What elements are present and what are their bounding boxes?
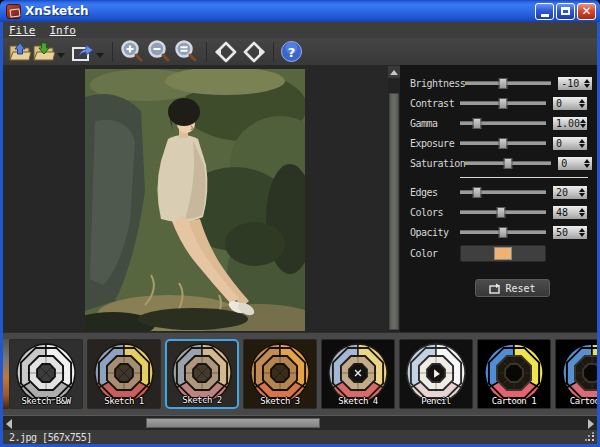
panel-divider bbox=[460, 177, 588, 178]
contrast-label: Contrast bbox=[410, 98, 460, 109]
preset-label: Cartoon 2 bbox=[556, 396, 597, 406]
help-button[interactable]: ? bbox=[280, 39, 303, 65]
slider-row: Contrast 0 bbox=[400, 93, 597, 113]
preset-pencil[interactable]: Pencil bbox=[399, 339, 473, 409]
slider-handle[interactable] bbox=[499, 138, 508, 149]
image-viewport[interactable] bbox=[3, 65, 400, 332]
colors-slider[interactable] bbox=[460, 210, 546, 214]
menu-info[interactable]: Info bbox=[50, 24, 77, 37]
reset-icon bbox=[489, 283, 501, 294]
reset-label: Reset bbox=[505, 283, 535, 294]
rotate-right-button[interactable] bbox=[241, 39, 267, 65]
saturation-spinbox[interactable]: 0 bbox=[557, 156, 593, 171]
status-filename: 2.jpg [567x755] bbox=[3, 432, 92, 443]
slider-handle[interactable] bbox=[504, 158, 513, 169]
status-bar: 2.jpg [567x755] bbox=[3, 430, 597, 444]
scroll-right-icon[interactable] bbox=[585, 417, 597, 430]
open-button[interactable] bbox=[8, 39, 32, 65]
settings-panel: Brightness -10 Contrast 0 Gamma 1.00 Exp… bbox=[400, 65, 597, 332]
color-wheel-icon bbox=[483, 342, 545, 404]
contrast-slider[interactable] bbox=[460, 101, 546, 105]
preset-cartoon-2[interactable]: Cartoon 2 bbox=[555, 339, 597, 409]
maximize-button[interactable] bbox=[556, 3, 575, 20]
slider-handle[interactable] bbox=[499, 98, 508, 109]
toolbar: ? bbox=[3, 38, 597, 65]
spinner-arrows-icon[interactable] bbox=[577, 208, 587, 217]
preset-label: Sketch 1 bbox=[88, 396, 160, 406]
rotate-left-icon bbox=[213, 40, 239, 64]
preset-label: Sketch 3 bbox=[244, 396, 316, 406]
contrast-spinbox[interactable]: 0 bbox=[552, 96, 588, 111]
spinner-arrows-icon[interactable] bbox=[580, 119, 587, 128]
opacity-label: Opacity bbox=[410, 227, 460, 238]
opacity-slider[interactable] bbox=[460, 230, 546, 234]
app-icon bbox=[6, 4, 21, 19]
export-button[interactable] bbox=[71, 39, 95, 65]
brightness-slider[interactable] bbox=[465, 81, 551, 85]
slider-handle[interactable] bbox=[497, 207, 506, 218]
color-wheel-icon bbox=[93, 342, 155, 404]
spinner-arrows-icon[interactable] bbox=[577, 139, 587, 148]
color-picker-button[interactable] bbox=[460, 245, 546, 262]
zoom-out-button[interactable] bbox=[146, 39, 173, 65]
close-button[interactable]: ✕ bbox=[577, 3, 596, 20]
save-dropdown-caret[interactable] bbox=[57, 53, 65, 58]
exposure-slider[interactable] bbox=[460, 141, 546, 145]
slider-row: Opacity 50 bbox=[400, 222, 597, 242]
spinner-arrows-icon[interactable] bbox=[582, 79, 592, 88]
gamma-spinbox[interactable]: 1.00 bbox=[552, 116, 588, 131]
menu-bar: File Info bbox=[3, 22, 597, 38]
zoom-in-icon bbox=[119, 39, 146, 65]
reset-button[interactable]: Reset bbox=[475, 279, 550, 297]
edges-spinbox[interactable]: 20 bbox=[552, 185, 588, 200]
colors-spinbox[interactable]: 48 bbox=[552, 205, 588, 220]
zoom-in-button[interactable] bbox=[119, 39, 146, 65]
color-wheel-icon bbox=[327, 342, 389, 404]
scroll-left-icon[interactable] bbox=[3, 417, 15, 430]
viewer-vertical-scrollbar[interactable] bbox=[388, 66, 400, 332]
slider-row: Exposure 0 bbox=[400, 133, 597, 153]
color-row: Color bbox=[400, 244, 597, 262]
exposure-spinbox[interactable]: 0 bbox=[552, 136, 588, 151]
preset-sketch-1[interactable]: Sketch 1 bbox=[87, 339, 161, 409]
preset-sketch-bw[interactable]: Sketch B&W bbox=[9, 339, 83, 409]
brightness-spinbox[interactable]: -10 bbox=[557, 76, 593, 91]
scroll-up-icon[interactable] bbox=[388, 66, 400, 78]
filmstrip-scroll-thumb[interactable] bbox=[146, 418, 320, 428]
spinner-arrows-icon[interactable] bbox=[577, 228, 587, 237]
export-dropdown-caret[interactable] bbox=[96, 53, 104, 58]
preset-sketch-4[interactable]: Sketch 4 bbox=[321, 339, 395, 409]
rotate-left-button[interactable] bbox=[213, 39, 239, 65]
preset-sketch-3[interactable]: Sketch 3 bbox=[243, 339, 317, 409]
slider-handle[interactable] bbox=[473, 118, 482, 129]
slider-handle[interactable] bbox=[473, 187, 482, 198]
gamma-label: Gamma bbox=[410, 118, 460, 129]
opacity-spinbox[interactable]: 50 bbox=[552, 225, 588, 240]
spinner-arrows-icon[interactable] bbox=[577, 99, 587, 108]
title-bar[interactable]: XnSketch ✕ bbox=[0, 0, 600, 22]
gamma-slider[interactable] bbox=[460, 121, 546, 125]
spinner-arrows-icon[interactable] bbox=[577, 188, 587, 197]
spinner-arrows-icon[interactable] bbox=[582, 159, 592, 168]
filmstrip-scrollbar[interactable] bbox=[3, 415, 597, 430]
slider-handle[interactable] bbox=[499, 78, 508, 89]
resize-grip-icon[interactable] bbox=[585, 432, 595, 442]
preset-sketch-2[interactable]: Sketch 2 bbox=[165, 339, 239, 409]
slider-handle[interactable] bbox=[499, 227, 508, 238]
saturation-slider[interactable] bbox=[465, 161, 551, 165]
edges-slider[interactable] bbox=[460, 190, 546, 194]
menu-file[interactable]: File bbox=[9, 24, 36, 37]
save-button[interactable] bbox=[32, 39, 56, 65]
slider-row: Edges 20 bbox=[400, 182, 597, 202]
preset-cartoon-1[interactable]: Cartoon 1 bbox=[477, 339, 551, 409]
zoom-actual-button[interactable] bbox=[173, 39, 200, 65]
rotate-right-icon bbox=[241, 40, 267, 64]
color-wheel-icon bbox=[15, 342, 77, 404]
viewer-vertical-scroll-thumb[interactable] bbox=[389, 93, 399, 330]
colors-label: Colors bbox=[410, 207, 460, 218]
slider-row: Saturation 0 bbox=[400, 153, 597, 173]
minimize-button[interactable] bbox=[535, 3, 554, 20]
svg-text:?: ? bbox=[288, 45, 296, 60]
slider-row: Gamma 1.00 bbox=[400, 113, 597, 133]
toolbar-separator bbox=[206, 42, 207, 62]
